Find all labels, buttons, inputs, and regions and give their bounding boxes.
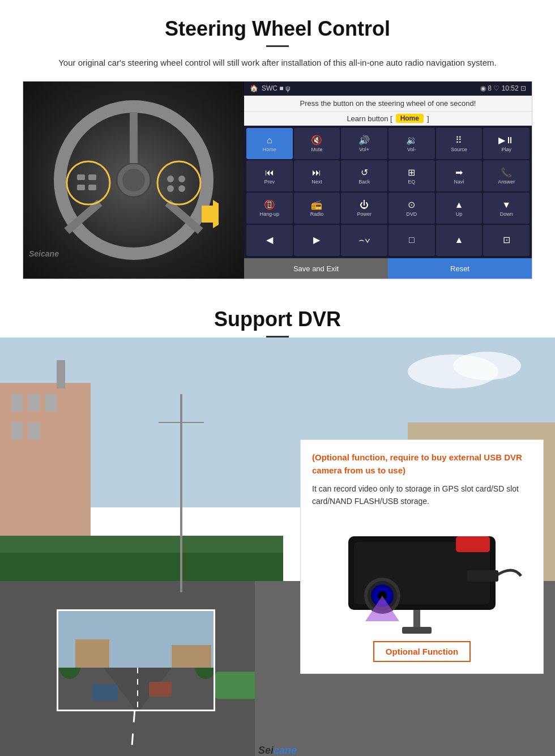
- dvd-btn-icon: ⊙: [408, 199, 415, 210]
- svg-rect-56: [456, 536, 490, 552]
- swc-subtitle: Your original car's steering wheel contr…: [57, 56, 498, 70]
- dvr-scene: (Optional function, require to buy exter…: [0, 338, 555, 756]
- eq-btn-label: EQ: [408, 179, 415, 185]
- svg-point-13: [167, 185, 174, 192]
- dvr-info-title: (Optional function, require to buy exter…: [312, 451, 532, 477]
- svg-rect-10: [88, 185, 96, 190]
- swc-learn-bar: Learn button [ Home ]: [244, 112, 532, 126]
- power-btn-icon: ⏻: [360, 200, 369, 210]
- r5-icon: ▲: [455, 235, 464, 245]
- svg-rect-65: [467, 570, 498, 582]
- swc-btn-navi[interactable]: ➡ Navi: [436, 160, 483, 191]
- svg-point-14: [178, 185, 185, 192]
- reset-button[interactable]: Reset: [388, 258, 532, 279]
- swc-btn-up[interactable]: ▲ Up: [436, 193, 483, 224]
- home-btn-icon: ⌂: [267, 135, 272, 146]
- svg-rect-8: [88, 174, 96, 180]
- next-btn-label: Next: [311, 179, 322, 185]
- up-btn-icon: ▲: [455, 200, 464, 210]
- volup-btn-icon: 🔊: [358, 135, 370, 146]
- dvd-btn-label: DVD: [406, 211, 417, 217]
- navi-btn-label: Navi: [454, 179, 464, 185]
- svg-rect-52: [75, 639, 109, 668]
- learn-suffix: ]: [427, 114, 429, 123]
- voldown-btn-label: Vol-: [407, 147, 416, 152]
- swc-btn-r4[interactable]: □: [388, 225, 435, 256]
- save-exit-button[interactable]: Save and Exit: [244, 258, 388, 279]
- swc-instruction: Press the button on the steering wheel o…: [244, 96, 532, 112]
- back-btn-icon: ↺: [361, 167, 368, 178]
- home-btn-label: Home: [263, 147, 276, 152]
- answer-btn-label: Answer: [498, 179, 515, 185]
- swc-topbar-left: 🏠 SWC ■ ψ: [250, 84, 290, 92]
- seicane-watermark-swc: Seicane: [29, 249, 59, 258]
- swc-topbar-right: ◉ 8 ♡ 10:52 ⊡: [480, 84, 526, 92]
- svg-rect-48: [149, 682, 172, 697]
- svg-rect-57: [413, 610, 420, 630]
- svg-rect-21: [11, 394, 23, 411]
- svg-rect-7: [77, 174, 85, 180]
- swc-btn-r3[interactable]: ⌢∨: [341, 225, 387, 256]
- swc-btn-source[interactable]: ⠿ Source: [436, 128, 483, 159]
- swc-btn-hangup[interactable]: 📵 Hang-up: [246, 193, 293, 224]
- seicane-watermark-dvr: Seicane: [258, 745, 297, 756]
- navi-btn-icon: ➡: [455, 167, 463, 178]
- svg-rect-22: [28, 394, 40, 411]
- swc-btn-eq[interactable]: ⊞ EQ: [388, 160, 435, 191]
- dvr-info-text: It can record video only to storage in G…: [312, 482, 532, 508]
- back-btn-label: Back: [358, 179, 370, 185]
- swc-divider: [266, 45, 289, 47]
- svg-point-5: [67, 161, 110, 204]
- swc-ui-panel: 🏠 SWC ■ ψ ◉ 8 ♡ 10:52 ⊡ Press the button…: [244, 82, 532, 279]
- dvr-section: Support DVR: [0, 291, 555, 756]
- r4-icon: □: [409, 235, 415, 245]
- swc-bottom-bar: Save and Exit Reset: [244, 258, 532, 279]
- steering-wheel-svg: [49, 95, 219, 265]
- swc-btn-home[interactable]: ⌂ Home: [246, 128, 293, 159]
- voldown-btn-icon: 🔉: [406, 135, 417, 146]
- swc-btn-dvd[interactable]: ⊙ DVD: [388, 193, 435, 224]
- svg-point-19: [453, 352, 521, 380]
- swc-buttons-grid: ⌂ Home 🔇 Mute 🔊 Vol+ 🔉 Vol- ⠿ Sourc: [244, 126, 532, 258]
- r6-icon: ⊡: [503, 234, 510, 245]
- swc-btn-r5[interactable]: ▲: [436, 225, 483, 256]
- swc-image-area: Seicane 🏠 SWC ■ ψ ◉ 8 ♡ 10:52 ⊡ Press th…: [23, 81, 532, 279]
- swc-btn-mute[interactable]: 🔇 Mute: [294, 128, 340, 159]
- eq-btn-icon: ⊞: [408, 167, 415, 178]
- swc-btn-down[interactable]: ▼ Down: [483, 193, 530, 224]
- play-btn-icon: ▶⏸: [498, 135, 514, 146]
- svg-rect-53: [172, 645, 211, 668]
- optional-function-badge[interactable]: Optional Function: [373, 641, 471, 662]
- swc-btn-answer[interactable]: 📞 Answer: [483, 160, 530, 191]
- svg-rect-26: [57, 360, 65, 388]
- answer-btn-icon: 📞: [501, 167, 512, 178]
- swc-steering-wheel-panel: Seicane: [23, 82, 244, 279]
- swc-btn-prev[interactable]: ⏮ Prev: [246, 160, 293, 191]
- dvr-info-box: (Optional function, require to buy exter…: [300, 439, 544, 674]
- hangup-btn-icon: 📵: [264, 199, 275, 210]
- svg-point-11: [167, 176, 174, 182]
- radio-btn-label: Radio: [310, 211, 324, 217]
- svg-rect-47: [92, 685, 118, 701]
- swc-btn-r2[interactable]: ▶: [294, 225, 340, 256]
- swc-btn-r1[interactable]: ◀: [246, 225, 293, 256]
- down-btn-icon: ▼: [502, 200, 511, 210]
- swc-btn-power[interactable]: ⏻ Power: [341, 193, 387, 224]
- next-btn-icon: ⏭: [312, 168, 321, 178]
- svg-rect-58: [402, 627, 432, 634]
- r1-icon: ◀: [266, 234, 273, 245]
- dvr-camera-svg: [320, 519, 524, 638]
- home-badge: Home: [396, 114, 424, 123]
- swc-btn-play[interactable]: ▶⏸ Play: [483, 128, 530, 159]
- r2-icon: ▶: [313, 234, 320, 245]
- swc-btn-volup[interactable]: 🔊 Vol+: [341, 128, 387, 159]
- swc-btn-voldown[interactable]: 🔉 Vol-: [388, 128, 435, 159]
- swc-btn-r6[interactable]: ⊡: [483, 225, 530, 256]
- prev-btn-label: Prev: [264, 179, 275, 185]
- up-btn-label: Up: [456, 211, 463, 217]
- swc-btn-back[interactable]: ↺ Back: [341, 160, 387, 191]
- source-btn-icon: ⠿: [455, 135, 462, 146]
- mute-btn-icon: 🔇: [311, 135, 322, 146]
- swc-btn-next[interactable]: ⏭ Next: [294, 160, 340, 191]
- swc-btn-radio[interactable]: 📻 Radio: [294, 193, 340, 224]
